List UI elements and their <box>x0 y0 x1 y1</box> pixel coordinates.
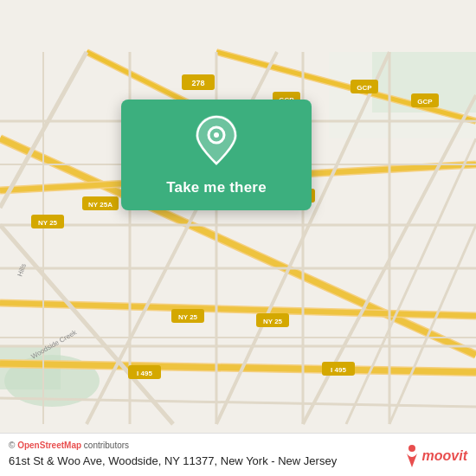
map-background: 278 GCP GCP GCP NY 25A NY 25A NY 25 NY 2… <box>0 0 476 476</box>
svg-point-62 <box>408 445 415 452</box>
svg-point-61 <box>214 132 219 138</box>
info-bar: © OpenStreetMap contributors 61st St & W… <box>0 433 476 476</box>
svg-text:NY 25: NY 25 <box>178 313 198 321</box>
openstreetmap-link[interactable]: OpenStreetMap <box>17 441 81 450</box>
map-container: 278 GCP GCP GCP NY 25A NY 25A NY 25 NY 2… <box>0 0 476 476</box>
svg-text:I 495: I 495 <box>137 370 152 377</box>
take-me-there-button[interactable]: Take me there <box>166 177 267 198</box>
svg-text:NY 25: NY 25 <box>263 318 283 325</box>
location-pin-icon <box>196 115 237 169</box>
svg-text:NY 25A: NY 25A <box>88 201 113 209</box>
svg-text:NY 25: NY 25 <box>38 219 58 227</box>
moovit-brand-text: moovit <box>422 448 467 464</box>
action-card: Take me there <box>121 100 312 210</box>
osm-copyright-symbol: © <box>9 441 15 450</box>
svg-text:I 495: I 495 <box>331 366 346 374</box>
address-text: 61st St & Woo Ave, Woodside, NY 11377, N… <box>9 453 337 469</box>
osm-contributors-text: contributors <box>84 441 129 450</box>
moovit-logo: moovit <box>403 445 467 467</box>
osm-attribution: © OpenStreetMap contributors <box>9 441 467 450</box>
svg-text:GCP: GCP <box>357 84 372 92</box>
svg-text:GCP: GCP <box>417 98 433 106</box>
svg-text:278: 278 <box>191 79 204 87</box>
